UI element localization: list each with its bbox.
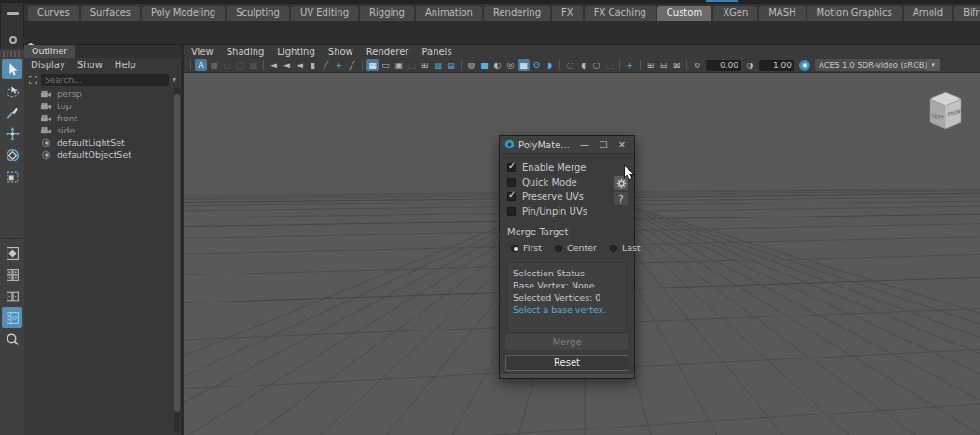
snap-curve-icon[interactable]: ◯ — [234, 59, 246, 71]
select-base-vertex-link[interactable]: Select a base vertex. — [513, 303, 621, 316]
use-default-material-icon[interactable]: ▩ — [518, 59, 530, 71]
scale-tool-button[interactable] — [2, 166, 22, 187]
gate-mask-icon[interactable]: ▢ — [406, 59, 418, 71]
radio-option-last[interactable]: Last — [610, 243, 641, 253]
radio-option-center[interactable]: Center — [555, 243, 597, 253]
bookmarks-icon[interactable]: ▮ — [307, 59, 319, 71]
lasso-select-tool-button[interactable] — [2, 80, 22, 101]
pivot-snap-icon[interactable]: + — [333, 59, 345, 71]
lock-camera-icon[interactable]: ◄ — [281, 59, 293, 71]
shelf-tab-fx[interactable]: FX — [552, 6, 583, 21]
buffer-copy-icon[interactable]: ⊟ — [657, 59, 669, 71]
grid-display-icon[interactable]: ▦ — [366, 59, 379, 71]
snap-to-cursor-icon[interactable]: + — [624, 59, 636, 71]
object-mode-icon[interactable]: ■ — [208, 59, 220, 71]
outliner-item-side[interactable]: side — [24, 124, 181, 136]
shelf-tab-animation[interactable]: Animation — [416, 6, 482, 21]
viewport-menu-show[interactable]: Show — [328, 47, 353, 57]
shelf-tab-arnold[interactable]: Arnold — [904, 6, 952, 21]
shelf-tab-mash[interactable]: MASH — [759, 6, 805, 21]
collapse-menu-icon[interactable] — [7, 12, 19, 15]
scrollbar-thumb[interactable] — [174, 94, 180, 412]
safe-title-icon[interactable]: ▤ — [445, 59, 457, 71]
safe-action-icon[interactable]: ▧ — [432, 59, 444, 71]
shelf-tab-poly-modeling[interactable]: Poly Modeling — [142, 6, 225, 21]
shelf-tab-rendering[interactable]: Rendering — [484, 6, 550, 21]
outliner-search-input[interactable] — [41, 74, 169, 86]
shelf-tab-bifrost[interactable]: Bifrost — [954, 6, 980, 21]
close-button[interactable]: × — [614, 137, 629, 152]
dropdown-arrow-icon[interactable]: ▾ — [927, 59, 940, 71]
layout-two-pane-button[interactable] — [2, 286, 22, 306]
snap-point-icon[interactable]: ▨ — [247, 59, 259, 71]
help-button[interactable]: ? — [614, 192, 628, 205]
shelf-tab-motion-graphics[interactable]: Motion Graphics — [807, 6, 902, 21]
checkbox-enable-merge[interactable]: ✓ — [507, 163, 516, 172]
shelf-tab-custom[interactable]: Custom — [657, 6, 711, 21]
move-tool-button[interactable] — [2, 123, 22, 144]
zoom-tool-button[interactable] — [2, 329, 22, 349]
gamma-toggle-icon[interactable]: ◑ — [744, 59, 756, 71]
maximize-button[interactable]: □ — [596, 137, 611, 152]
view-cube[interactable]: LEFTFRONT — [923, 87, 968, 135]
outliner-scrollbar[interactable] — [174, 87, 180, 432]
outliner-tab[interactable]: Outliner — [24, 45, 75, 58]
wireframe-mode-icon[interactable]: ◍ — [465, 59, 477, 71]
viewport-menu-panels[interactable]: Panels — [421, 47, 451, 57]
lighting-icon[interactable]: ʘ — [531, 59, 543, 71]
shaded-mode-icon[interactable]: ■ — [478, 59, 490, 71]
viewport-menu-view[interactable]: View — [191, 47, 214, 57]
radio-first[interactable] — [511, 245, 518, 252]
exposure-field[interactable]: 0.00 — [706, 60, 741, 71]
reset-button[interactable]: Reset — [505, 355, 628, 371]
viewport-menu-renderer[interactable]: Renderer — [366, 47, 409, 57]
toolbox-grip[interactable] — [3, 51, 21, 57]
camera-attributes-icon[interactable]: ◄ — [294, 59, 306, 71]
radio-option-first[interactable]: First — [511, 243, 542, 253]
color-management-icon[interactable]: ◉ — [799, 60, 810, 71]
shelf-tab-fx-caching[interactable]: FX Caching — [585, 6, 656, 21]
shelf-tab-curves[interactable]: Curves — [28, 6, 79, 21]
outliner-menu-help[interactable]: Help — [115, 60, 136, 70]
occlusion-icon[interactable]: ◌ — [564, 59, 576, 71]
resolution-gate-icon[interactable]: ▣ — [393, 59, 405, 71]
dialog-resize-strip[interactable] — [500, 374, 634, 378]
viewport-menu-lighting[interactable]: Lighting — [277, 47, 314, 57]
merge-button[interactable]: Merge — [505, 334, 628, 350]
isolate-select-icon[interactable]: ⊞ — [644, 59, 656, 71]
status-ring-icon[interactable] — [9, 36, 17, 44]
outliner-item-top[interactable]: top — [24, 100, 181, 112]
fog-icon[interactable]: ▢ — [603, 59, 615, 71]
colorspace-select[interactable]: ACES 1.0 SDR-video (sRGB)▾ — [815, 59, 940, 71]
motion-blur-icon[interactable]: ○ — [590, 59, 602, 71]
field-chart-icon[interactable]: ⊞ — [419, 59, 431, 71]
shelf-tab-surfaces[interactable]: Surfaces — [81, 6, 140, 21]
outliner-item-front[interactable]: front — [24, 112, 181, 124]
shelf-tab-uv-editing[interactable]: UV Editing — [291, 6, 358, 21]
shelf-tab-sculpting[interactable]: Sculpting — [227, 6, 289, 21]
exposure-toggle-icon[interactable]: ↻ — [691, 59, 703, 71]
annotate-icon[interactable]: ╱ — [346, 59, 358, 71]
layout-four-pane-button[interactable] — [2, 264, 22, 285]
outliner-item-defaultlightset[interactable]: defaultLightSet — [24, 136, 181, 148]
select-tool-button[interactable] — [2, 59, 22, 79]
search-filter-icon[interactable] — [29, 76, 37, 84]
search-dropdown-icon[interactable]: ▾ — [173, 76, 176, 84]
checkbox-quick-mode[interactable] — [507, 178, 516, 187]
buffer-close-icon[interactable]: ⊠ — [670, 59, 683, 71]
selection-highlight-mode-icon[interactable]: A — [195, 59, 207, 71]
layout-single-pane-button[interactable] — [2, 243, 22, 263]
shelf-tab-xgen[interactable]: XGen — [713, 6, 757, 21]
outliner-item-persp[interactable]: persp — [24, 88, 181, 100]
layout-outliner-persp-button[interactable] — [2, 307, 22, 328]
outliner-menu-display[interactable]: Display — [31, 60, 65, 70]
minimize-button[interactable]: — — [577, 137, 592, 152]
radio-center[interactable] — [555, 245, 562, 252]
checkbox-pin-unpin-uvs[interactable] — [507, 207, 516, 216]
rotate-tool-button[interactable] — [2, 145, 22, 165]
shelf-tab-rigging[interactable]: Rigging — [360, 6, 414, 21]
radio-last[interactable] — [610, 245, 617, 252]
checkbox-preserve-uvs[interactable]: ✓ — [507, 192, 516, 201]
select-camera-icon[interactable]: ◄ — [268, 59, 280, 71]
depth-of-field-icon[interactable]: ◖ — [577, 59, 589, 71]
